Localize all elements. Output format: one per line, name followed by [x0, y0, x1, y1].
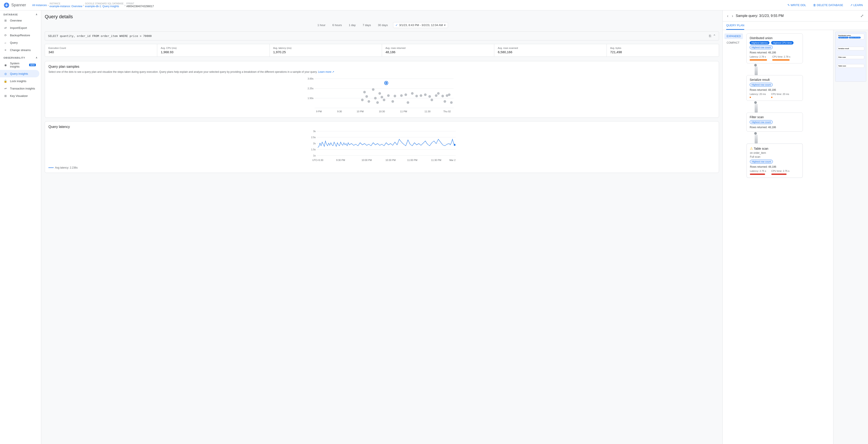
latency-bar-3 [750, 174, 765, 175]
svg-point-9[interactable] [372, 88, 375, 91]
svg-point-16[interactable] [400, 94, 403, 97]
mini-node-2: Serialize result [837, 47, 864, 50]
plan-node-serialize-result: Serialize result Highest row count Rows … [746, 75, 803, 101]
svg-point-36[interactable] [450, 101, 453, 104]
svg-point-24[interactable] [437, 92, 440, 95]
sidebar-item-key-visualizer[interactable]: ⊞ Key Visualizer [0, 92, 39, 99]
svg-point-0 [6, 5, 7, 6]
node-tags-1: Highest row count [750, 83, 800, 88]
sidebar-item-change-streams[interactable]: ≡ Change streams [0, 46, 39, 54]
svg-text:3.00s: 3.00s [308, 77, 314, 80]
sidebar-item-query-insights[interactable]: ◎ Query insights [0, 70, 39, 77]
sidebar-item-import-export[interactable]: ⇄ Import/Export [0, 24, 39, 31]
svg-point-8[interactable] [363, 91, 366, 93]
sidebar-item-lock-insights[interactable]: 🔒 Lock insights [0, 77, 39, 85]
svg-point-22[interactable] [429, 95, 431, 98]
plan-node-filter-scan: Filter scan Highest row count Rows retur… [746, 113, 803, 131]
next-sample-button[interactable]: › [731, 13, 734, 19]
node-metrics-1: Latency: 20 ms CPU time: 20 ms [750, 93, 800, 98]
mini-map-viewport: Distributed union Highest latency Highes… [835, 32, 866, 82]
plan-node-distributed-union: Distributed union Highest latency Highes… [746, 33, 803, 63]
time-30d-button[interactable]: 30 days [376, 23, 390, 28]
breadcrumb-fprint: FPRINT #865423840743298017 [126, 2, 154, 8]
svg-text:3s: 3s [313, 130, 316, 132]
svg-point-19[interactable] [415, 95, 418, 97]
svg-point-18[interactable] [411, 92, 414, 95]
svg-point-13[interactable] [387, 94, 390, 97]
collapse-obs-icon[interactable]: ∧ [36, 56, 37, 59]
svg-point-17[interactable] [405, 93, 407, 96]
sidebar-item-system-insights[interactable]: ◉ System insights NEW [0, 60, 39, 70]
app-name: Spanner [11, 3, 26, 7]
svg-point-38[interactable] [385, 82, 387, 84]
spanner-logo-icon [3, 2, 9, 8]
sql-box: SELECT quantity, order_id FROM order_ite… [45, 31, 719, 40]
expand-sql-button[interactable]: ⌃ [713, 34, 716, 38]
svg-point-32[interactable] [392, 100, 394, 103]
svg-point-29[interactable] [368, 100, 370, 103]
mode-expanded[interactable]: EXPANDED [724, 33, 743, 39]
learn-more-link[interactable]: Learn more ↗ [318, 70, 335, 73]
time-1h-button[interactable]: 1 hour [316, 23, 327, 28]
sidebar: DATABASE ∧ ⊞ Overview ⇄ Import/Export ⟳ … [0, 10, 41, 444]
node-tags-0: Highest latency Highest CPU time Highest… [750, 41, 800, 50]
time-range-selector[interactable]: ✓ 3/1/23, 8:43 PM - 3/2/23, 12:04 AM ▾ [393, 22, 448, 28]
sidebar-item-overview[interactable]: ⊞ Overview [0, 17, 39, 24]
breadcrumb-all-instances[interactable]: All instances [32, 4, 47, 7]
connector-bar-1 [755, 104, 758, 113]
node-tags-2: Highest row count [750, 120, 800, 125]
svg-point-31[interactable] [383, 99, 385, 101]
svg-text:10:30: 10:30 [379, 110, 385, 113]
svg-point-20[interactable] [420, 94, 423, 97]
learn-icon: ↗ [850, 3, 852, 7]
query-insights-icon: ◎ [3, 72, 7, 76]
sidebar-item-query[interactable]: ⌕ Query [0, 39, 39, 46]
sql-query: SELECT quantity, order_id FROM order_ite… [48, 34, 152, 37]
expand-panel-button[interactable]: ⤢ [860, 12, 865, 19]
svg-point-10[interactable] [378, 92, 381, 95]
prev-sample-button[interactable]: ‹ [726, 13, 729, 19]
plan-view: EXPANDED COMPACT Distributed union Highe… [723, 30, 868, 444]
svg-point-12[interactable] [381, 96, 383, 98]
sidebar-item-backup-restore[interactable]: ⟳ Backup/Restore [0, 31, 39, 39]
time-7d-button[interactable]: 7 days [361, 23, 373, 28]
svg-point-14[interactable] [374, 97, 377, 99]
metric-cpu-3: CPU time: 2.75 s [771, 170, 789, 175]
svg-text:10:30 PM: 10:30 PM [385, 159, 396, 161]
svg-point-33[interactable] [407, 101, 409, 104]
node-rows-0: Rows returned: 48,186 [750, 51, 800, 54]
time-1d-button[interactable]: 1 day [347, 23, 358, 28]
learn-button[interactable]: ↗ LEARN [848, 3, 865, 8]
right-panel-header: ‹ › Sample query: 3/1/23, 9:55 PM ⤢ [723, 10, 868, 22]
svg-point-23[interactable] [435, 94, 438, 97]
svg-point-27[interactable] [448, 93, 451, 96]
svg-text:11:30: 11:30 [425, 110, 431, 113]
svg-point-34[interactable] [431, 99, 433, 101]
svg-point-35[interactable] [444, 100, 446, 103]
sidebar-item-transaction-insights[interactable]: ⇌ Transaction insights [0, 85, 39, 92]
tab-query-plan[interactable]: QUERY PLAN [726, 22, 744, 30]
main-content: Query details 1 hour 6 hours 1 day 7 day… [41, 10, 868, 444]
delete-database-button[interactable]: 🗑 DELETE DATABASE [811, 3, 845, 8]
write-ddl-button[interactable]: ✎ WRITE DDL [786, 3, 808, 8]
table-scan-header: ⚠ Table scan [750, 146, 799, 151]
key-icon: ⊞ [3, 94, 7, 98]
svg-text:1.50s: 1.50s [308, 97, 314, 99]
tag-highest-row-2: Highest row count [750, 120, 773, 124]
breadcrumb-database: GOOGLE STANDARD SQL DATABASE example-db-… [85, 2, 124, 8]
svg-point-15[interactable] [394, 95, 396, 97]
connector-1 [749, 101, 758, 113]
sample-title: Sample query: 3/1/23, 9:55 PM [736, 14, 858, 18]
svg-point-21[interactable] [424, 93, 427, 96]
stat-avg-latency: Avg. latency (ms) 1,970.25 [270, 44, 382, 57]
svg-point-11[interactable] [366, 95, 368, 98]
mode-compact[interactable]: COMPACT [724, 40, 743, 46]
latency-legend: Avg latency: 2.236s [49, 166, 715, 169]
svg-point-30[interactable] [376, 101, 379, 104]
svg-point-28[interactable] [361, 99, 364, 101]
time-6h-button[interactable]: 6 hours [331, 23, 344, 28]
copy-sql-button[interactable]: ⎘ [709, 34, 711, 38]
collapse-icon[interactable]: ∧ [36, 13, 37, 16]
scatter-chart-svg[interactable]: 3.00s 2.25s 1.50s [49, 77, 715, 113]
svg-point-25[interactable] [441, 95, 444, 97]
